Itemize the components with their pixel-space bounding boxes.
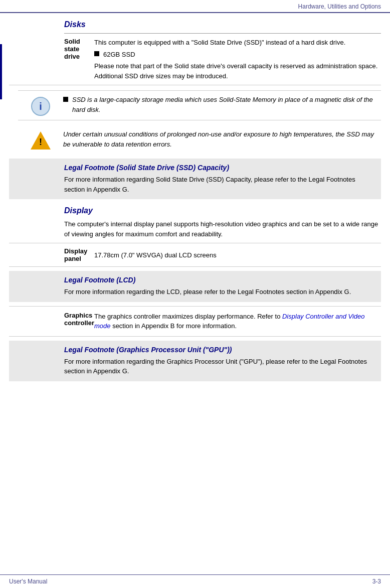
- footer-left: User's Manual: [9, 578, 47, 585]
- display-panel-row: Display panel 17.78cm (7.0" WSVGA) dual …: [9, 243, 381, 267]
- info-icon: i: [31, 97, 50, 116]
- info-bullet-square: [63, 97, 68, 102]
- info-icon-wrap: i: [18, 95, 63, 116]
- display-description: The computer's internal display panel su…: [64, 219, 381, 239]
- page-header: Hardware, Utilities and Options: [0, 0, 390, 13]
- graphics-text-before: The graphics controller maximizes displa…: [94, 313, 282, 320]
- solid-state-drive-content: This computer is equipped with a "Solid …: [94, 38, 381, 81]
- legal-lcd-box: Legal Footnote (LCD) For more informatio…: [9, 271, 381, 302]
- legal-ssd-title: Legal Footnote (Solid State Drive (SSD) …: [64, 164, 374, 172]
- warning-box-content: Under certain unusual conditions of prol…: [63, 129, 381, 149]
- disks-section-title: Disks: [64, 20, 381, 29]
- warning-triangle-icon: !: [31, 131, 51, 150]
- display-section-title: Display: [64, 206, 381, 215]
- ssd-bullet-text: 62GB SSD: [103, 50, 135, 60]
- warning-icon-wrap: !: [18, 129, 63, 150]
- legal-gpu-box: Legal Footnote (Graphics Processor Unit …: [9, 341, 381, 381]
- warning-box: ! Under certain unusual conditions of pr…: [18, 125, 381, 154]
- display-panel-value: 17.78cm (7.0" WSVGA) dual LCD screens: [94, 251, 381, 259]
- header-title: Hardware, Utilities and Options: [298, 3, 381, 10]
- main-content: Disks Solid state drive This computer is…: [0, 20, 390, 381]
- legal-lcd-text: For more information regarding the LCD, …: [64, 287, 374, 297]
- legal-ssd-text: For more information regarding Solid Sta…: [64, 175, 374, 194]
- footer-right: 3-3: [372, 578, 381, 585]
- ssd-bullet-item: 62GB SSD: [94, 50, 381, 60]
- page-footer: User's Manual 3-3: [0, 574, 390, 588]
- graphics-text-after: section in Appendix B for more informati…: [111, 322, 237, 330]
- info-box-text: SSD is a large-capacity storage media wh…: [72, 95, 381, 114]
- legal-ssd-box: Legal Footnote (Solid State Drive (SSD) …: [9, 159, 381, 199]
- graphics-row: Graphics controller The graphics control…: [9, 306, 381, 337]
- legal-gpu-text: For more information regarding the Graph…: [64, 357, 374, 376]
- left-accent-bar: [0, 44, 2, 99]
- warning-text: Under certain unusual conditions of prol…: [63, 130, 374, 148]
- info-box-content: SSD is a large-capacity storage media wh…: [63, 95, 381, 114]
- graphics-label: Graphics controller: [9, 312, 94, 327]
- solid-state-drive-label: Solid state drive: [9, 38, 94, 81]
- legal-gpu-title: Legal Footnote (Graphics Processor Unit …: [64, 346, 374, 354]
- solid-state-drive-row: Solid state drive This computer is equip…: [9, 34, 381, 85]
- info-box-bullet-row: SSD is a large-capacity storage media wh…: [63, 95, 381, 114]
- info-box: i SSD is a large-capacity storage media …: [18, 90, 381, 120]
- ssd-description: This computer is equipped with a "Solid …: [94, 38, 381, 48]
- legal-lcd-title: Legal Footnote (LCD): [64, 276, 374, 284]
- graphics-content: The graphics controller maximizes displa…: [94, 312, 381, 331]
- ssd-note: Please note that part of the Solid state…: [94, 61, 381, 81]
- exclamation-icon: !: [39, 137, 42, 148]
- bullet-square-icon: [94, 51, 99, 56]
- display-section: The computer's internal display panel su…: [64, 219, 381, 239]
- display-panel-label: Display panel: [9, 247, 94, 262]
